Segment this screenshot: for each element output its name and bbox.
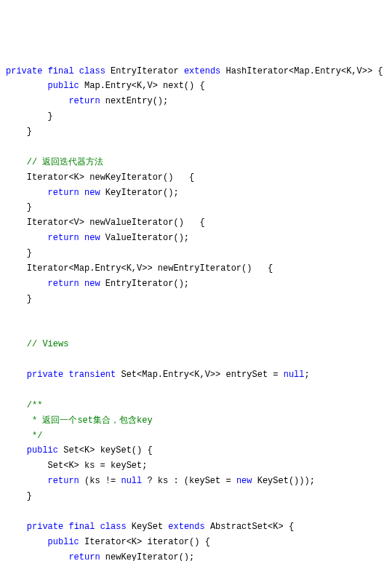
code-line: }	[6, 489, 386, 504]
code-line: }	[6, 292, 386, 307]
code-line: private final class KeySet extends Abstr…	[6, 520, 386, 535]
keyword: return	[68, 552, 100, 562]
code-line: Iterator<Map.Entry<K,V>> newEntryIterato…	[6, 261, 386, 276]
keyword: new	[84, 233, 100, 243]
comment: /**	[27, 400, 43, 410]
code-line: public Iterator<K> iterator() {	[6, 535, 386, 550]
keyword: new	[84, 188, 100, 198]
code-line	[6, 140, 386, 155]
keyword: return	[68, 96, 100, 106]
code-line: Iterator<K> newKeyIterator() {	[6, 170, 386, 186]
code-line: // Views	[6, 337, 386, 352]
code-line: return new ValueIterator();	[6, 231, 386, 246]
code-line	[6, 504, 386, 520]
code-line: public Map.Entry<K,V> next() {	[6, 79, 386, 94]
code-line: /**	[6, 398, 386, 413]
keyword: public	[48, 81, 79, 91]
code-line: private final class EntryIterator extend…	[6, 64, 386, 79]
code-line: }	[6, 124, 386, 140]
code-line	[6, 383, 386, 398]
comment: // Views	[27, 339, 69, 349]
keyword: private	[27, 370, 63, 380]
code-line	[6, 352, 386, 367]
comment: * 返回一个set集合，包含key	[27, 415, 153, 426]
code-line	[6, 322, 386, 337]
code-line: public Set<K> keySet() {	[6, 443, 386, 458]
code-line: Iterator<V> newValueIterator() {	[6, 215, 386, 231]
keyword: class	[100, 522, 127, 532]
code-line: }	[6, 246, 386, 261]
keyword: final	[68, 522, 95, 532]
keyword: public	[48, 537, 79, 547]
code-line: return newKeyIterator();	[6, 550, 386, 562]
keyword: private	[27, 522, 63, 532]
code-line: private transient Set<Map.Entry<K,V>> en…	[6, 367, 386, 383]
comment: // 返回迭代器方法	[27, 157, 104, 167]
code-line: Set<K> ks = keySet;	[6, 458, 386, 474]
keyword: return	[48, 188, 79, 198]
code-line: return new KeyIterator();	[6, 186, 386, 201]
code-line: }	[6, 200, 386, 215]
code-line: * 返回一个set集合，包含key	[6, 413, 386, 429]
code-line	[6, 307, 386, 322]
keyword: extends	[184, 66, 220, 76]
keyword: transient	[68, 370, 116, 380]
code-block: private final class EntryIterator extend…	[6, 64, 386, 562]
code-line: // 返回迭代器方法	[6, 155, 386, 170]
code-line: */	[6, 429, 386, 444]
keyword: new	[84, 279, 100, 289]
keyword: extends	[168, 522, 204, 532]
keyword: private	[6, 66, 42, 76]
comment: */	[27, 431, 43, 441]
code-line: return nextEntry();	[6, 94, 386, 109]
keyword: return	[48, 476, 79, 486]
keyword: null	[284, 370, 305, 380]
keyword: class	[79, 66, 105, 76]
code-line: return (ks != null ? ks : (keySet = new …	[6, 474, 386, 489]
keyword: public	[27, 445, 58, 455]
keyword: final	[48, 66, 74, 76]
keyword: new	[236, 476, 252, 486]
keyword: return	[48, 279, 79, 289]
code-line: return new EntryIterator();	[6, 276, 386, 292]
code-line: }	[6, 109, 386, 124]
keyword: null	[121, 476, 142, 486]
keyword: return	[48, 233, 79, 243]
